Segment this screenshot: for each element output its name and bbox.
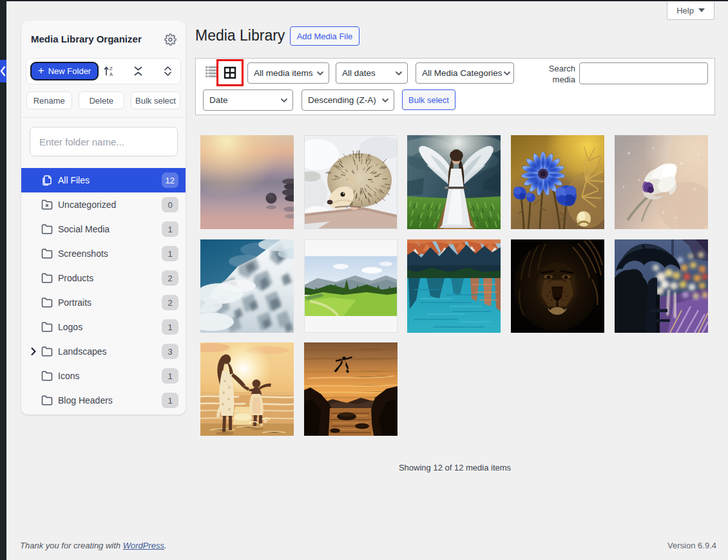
svg-text:A: A <box>110 71 113 77</box>
svg-text:Z: Z <box>110 66 113 71</box>
